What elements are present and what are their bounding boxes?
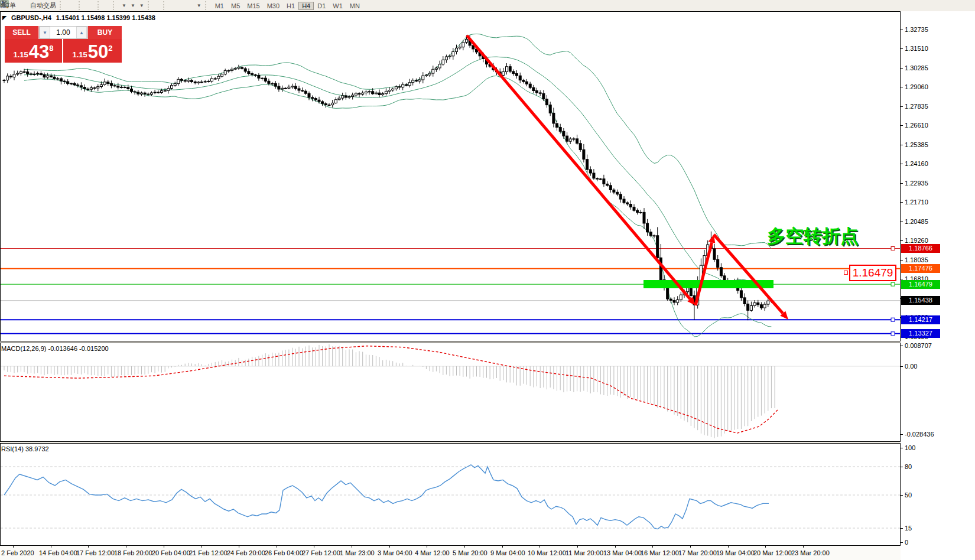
crosshair-tool-button[interactable] [158, 1, 161, 11]
buy-price-small: 1.15 [72, 50, 87, 59]
price-axis[interactable]: 1.327351.315101.302851.290601.278351.266… [901, 11, 975, 560]
volume-input[interactable] [50, 27, 76, 38]
period-clock-button[interactable]: ▼ [128, 1, 137, 11]
volume-decrease-button[interactable]: ▼ [40, 27, 50, 38]
time-tick [314, 546, 314, 548]
volume-control: ▼ ▲ [39, 26, 87, 39]
caret-down-icon: ▼ [122, 3, 126, 8]
macd-canvas[interactable] [1, 343, 900, 441]
sell-price[interactable]: 1.15 43 8 [5, 39, 63, 63]
time-label: 26 Feb 04:00 [265, 549, 303, 556]
buy-price[interactable]: 1.15 50 2 [63, 39, 122, 63]
sell-price-small: 1.15 [13, 50, 28, 59]
caret-down-icon: ▼ [131, 3, 135, 8]
collapse-panel-icon[interactable]: ◤ [2, 15, 6, 21]
price-badge: 1.16479 [901, 280, 940, 289]
mt4-window: 新订单 自动交易 ▼ ▼ ▼ E F A T ▼ [0, 0, 975, 560]
svg-text:多空转折点: 多空转折点 [767, 226, 859, 246]
time-label: 27 Feb 12:00 [302, 549, 340, 556]
timeframe-mn[interactable]: MN [346, 2, 363, 10]
price-badge: 1.13327 [901, 329, 940, 338]
time-tick [464, 546, 465, 548]
time-tick [277, 546, 277, 548]
macd-tick: -0.028436 [901, 430, 934, 438]
time-tick [728, 546, 729, 548]
volume-increase-button[interactable]: ▲ [76, 27, 87, 38]
time-label: 14 Feb 04:00 [39, 549, 77, 556]
time-label: 24 Feb 20:00 [227, 549, 265, 556]
separator [148, 1, 152, 10]
tile-windows-button[interactable] [92, 1, 96, 11]
sell-button[interactable]: SELL [5, 26, 39, 39]
add-indicator-button[interactable]: ▼ [119, 1, 128, 11]
time-label: 18 Feb 20:00 [114, 549, 152, 556]
price-badge: 1.15438 [901, 296, 940, 305]
time-label: 2 Feb 2020 [1, 549, 34, 556]
timeframe-h1[interactable]: H1 [283, 2, 298, 10]
rsi-indicator-label: RSI(14) 38.9732 [1, 445, 49, 452]
timeframe-d1[interactable]: D1 [314, 2, 329, 10]
time-tick [803, 546, 804, 548]
time-tick [239, 546, 239, 548]
price-annotation-label[interactable]: 1.16479 [849, 265, 896, 281]
rsi-tick: 0 [901, 538, 908, 546]
price-tick: 1.26610 [901, 121, 928, 129]
rsi-tick: 15 [901, 524, 912, 532]
shapes-tool[interactable]: ▼ [194, 1, 203, 11]
price-tick: 1.30285 [901, 64, 928, 72]
buy-button[interactable]: BUY [87, 26, 122, 39]
time-tick [427, 546, 427, 548]
annotation-handle[interactable] [844, 271, 848, 275]
chart-shift-button[interactable] [108, 1, 111, 11]
autotrade-button[interactable]: 自动交易 [28, 1, 58, 11]
price-tick: 1.24160 [901, 159, 928, 168]
template-button[interactable]: ▼ [137, 1, 146, 11]
price-tick: 1.21710 [901, 198, 928, 206]
timeframe-m1[interactable]: M1 [212, 2, 228, 10]
time-label: 19 Mar 04:00 [716, 549, 755, 556]
time-tick [201, 546, 202, 548]
time-label: 10 Mar 12:00 [528, 549, 566, 556]
price-tick: 1.19260 [901, 236, 928, 245]
timeframe-m30[interactable]: M30 [264, 2, 283, 10]
price-tick: 1.22935 [901, 179, 928, 187]
timeframe-w1[interactable]: W1 [329, 2, 346, 10]
price-tick: 1.31510 [901, 44, 928, 53]
macd-indicator-label: MACD(12,26,9) -0.013646 -0.015200 [1, 345, 109, 352]
timeframe-h4[interactable]: H4 [298, 2, 314, 10]
chart-ohlc: 1.15401 1.15498 1.15399 1.15438 [56, 14, 155, 21]
shapes-icon [0, 0, 8, 8]
macd-tick: 0.008707 [901, 341, 932, 350]
timeframe-m15[interactable]: M15 [243, 2, 263, 10]
line-chart-button[interactable] [73, 1, 77, 11]
time-label: 4 Mar 12:00 [415, 549, 450, 556]
time-tick [540, 546, 540, 548]
separator [205, 1, 210, 10]
time-tick [13, 546, 14, 548]
rsi-canvas[interactable] [1, 444, 900, 545]
time-tick [164, 546, 164, 548]
separator [98, 1, 102, 10]
time-label: 5 Mar 20:00 [453, 549, 488, 556]
separator [163, 1, 168, 10]
time-tick [615, 546, 616, 548]
time-tick [652, 546, 653, 548]
caret-down-icon: ▼ [139, 3, 144, 8]
sell-price-big: 43 [29, 43, 49, 61]
rsi-tick: 80 [901, 463, 912, 471]
time-label: 16 Mar 12:00 [641, 549, 679, 556]
time-label: 9 Mar 04:00 [490, 549, 525, 556]
time-axis[interactable]: 2 Feb 202014 Feb 04:0017 Feb 12:0018 Feb… [0, 546, 901, 560]
separator [113, 1, 118, 10]
time-label: 13 Mar 04:00 [603, 549, 642, 556]
price-badge: 1.14217 [901, 315, 940, 324]
price-tick: 1.27835 [901, 102, 928, 110]
time-label: 21 Feb 12:00 [189, 549, 228, 556]
main-chart-canvas[interactable]: 多空转折点多空转折点 [1, 12, 900, 341]
price-badge: 1.18766 [901, 244, 940, 253]
rsi-tick: 50 [901, 491, 912, 499]
time-tick [690, 546, 691, 548]
buy-price-pip: 2 [108, 44, 112, 53]
price-tick: 1.32735 [901, 25, 928, 34]
timeframe-m5[interactable]: M5 [228, 2, 243, 10]
